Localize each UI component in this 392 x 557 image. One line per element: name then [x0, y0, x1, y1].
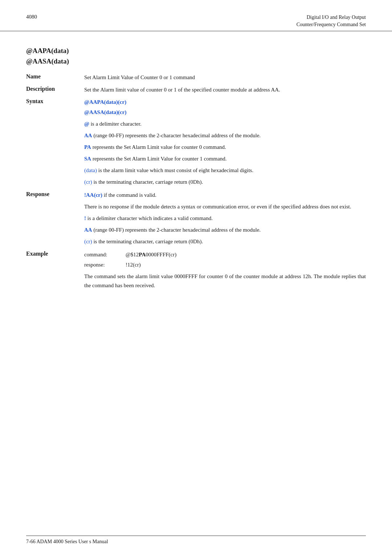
response-item-cr: (cr) is the terminating character, carri… — [84, 237, 366, 246]
example-label: Example — [26, 250, 84, 294]
example-response-value: !12(cr) — [126, 260, 141, 269]
page-number: 4080 — [26, 14, 37, 20]
name-value: Set Alarm Limit Value of Counter 0 or 1 … — [84, 73, 366, 85]
description-label: Description — [26, 85, 84, 98]
syntax-line1: @AAPA(data)(cr) — [84, 98, 366, 106]
response-label: Response — [26, 191, 84, 250]
syntax-item-cr: (cr) is the terminating character, carri… — [84, 178, 366, 186]
command-title-line1: @AAPA(data) — [26, 46, 366, 56]
syntax-label: Syntax — [26, 98, 84, 191]
page-header: 4080 Digital I/O and Relay Output Counte… — [0, 0, 392, 31]
example-row: Example command: @$12PA0000FFFF(cr) resp… — [26, 250, 366, 294]
example-command-label: command: — [84, 250, 117, 259]
response-valid: !AA(cr) if the command is valid. — [84, 191, 366, 199]
syntax-item-pa: PA represents the Set Alarm Limit value … — [84, 143, 366, 151]
header-right: Digital I/O and Relay Output Counter/Fre… — [297, 14, 366, 28]
main-content: @AAPA(data) @AASA(data) Name Set Alarm L… — [0, 31, 392, 316]
example-response-line: response: !12(cr) — [84, 260, 366, 269]
response-value: !AA(cr) if the command is valid. There i… — [84, 191, 366, 250]
name-label: Name — [26, 73, 84, 85]
syntax-value: @AAPA(data)(cr) @AASA(data)(cr) @ is a d… — [84, 98, 366, 191]
syntax-line2: @AASA(data)(cr) — [84, 108, 366, 117]
syntax-item-aa: AA (range 00-FF) represents the 2-charac… — [84, 131, 366, 140]
response-item-exclaim: ! is a delimiter character which indicat… — [84, 214, 366, 223]
footer-text: 7-66 ADAM 4000 Series User s Manual — [26, 539, 108, 544]
page-footer: 7-66 ADAM 4000 Series User s Manual — [26, 536, 366, 545]
example-value: command: @$12PA0000FFFF(cr) response: !1… — [84, 250, 366, 294]
response-no-response: There is no response if the module detec… — [84, 202, 366, 211]
example-command-value: @$12PA0000FFFF(cr) — [126, 250, 176, 259]
syntax-item-sa: SA represents the Set Alarm Limit Value … — [84, 154, 366, 163]
example-command-line: command: @$12PA0000FFFF(cr) — [84, 250, 366, 259]
example-response-label: response: — [84, 260, 117, 269]
syntax-item-at: @ is a delimiter character. — [84, 119, 366, 128]
header-line2: Counter/Frequency Command Set — [297, 21, 366, 28]
description-value: Set the Alarm limit value of counter 0 o… — [84, 85, 366, 98]
name-row: Name Set Alarm Limit Value of Counter 0 … — [26, 73, 366, 85]
description-row: Description Set the Alarm limit value of… — [26, 85, 366, 98]
syntax-row: Syntax @AAPA(data)(cr) @AASA(data)(cr) @… — [26, 98, 366, 191]
response-row: Response !AA(cr) if the command is valid… — [26, 191, 366, 250]
page: 4080 Digital I/O and Relay Output Counte… — [0, 0, 392, 557]
command-title: @AAPA(data) @AASA(data) — [26, 46, 366, 66]
syntax-item-data: (data) is the alarm limit value which mu… — [84, 166, 366, 175]
header-line1: Digital I/O and Relay Output — [297, 14, 366, 21]
example-description: The command sets the alarm limit value 0… — [84, 272, 366, 290]
fields-table: Name Set Alarm Limit Value of Counter 0 … — [26, 73, 366, 294]
response-item-aa: AA (range 00-FF) represents the 2-charac… — [84, 225, 366, 234]
command-title-line2: @AASA(data) — [26, 56, 366, 67]
